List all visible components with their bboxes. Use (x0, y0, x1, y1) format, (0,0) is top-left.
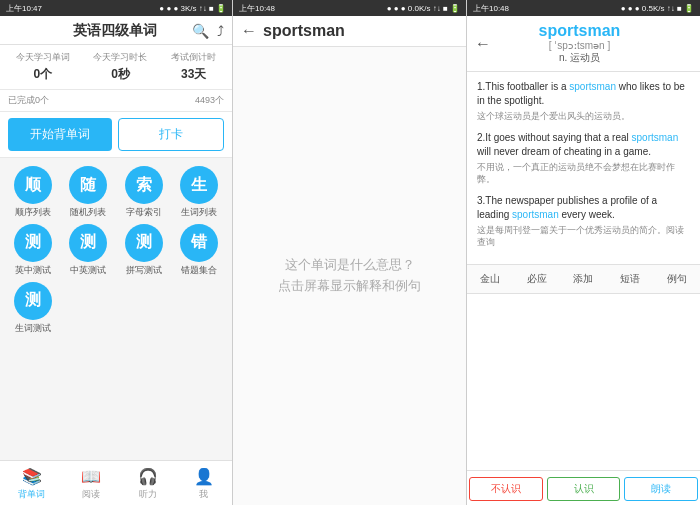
nav-reading[interactable]: 📖 阅读 (81, 467, 101, 501)
panel3-header: ← sportsman [ ˈspɔːtsmən ] n. 运动员 (467, 16, 700, 72)
panel1-header: 英语四级单词 🔍 ⤴ (0, 16, 232, 45)
stat-value-1: 0秒 (93, 66, 147, 83)
panel1-icons: 🔍 ⤴ (192, 23, 224, 39)
back-button-3[interactable]: ← (475, 35, 491, 53)
sentences-body: 1.This footballer is a sportsman who lik… (467, 72, 700, 264)
stat-label-1: 今天学习时长 (93, 51, 147, 64)
stat-label-2: 考试倒计时 (171, 51, 216, 64)
grid-circle-8: 测 (14, 282, 52, 320)
grid-item-7[interactable]: 错 错题集合 (175, 224, 225, 276)
grid-item-2[interactable]: 索 字母索引 (119, 166, 169, 218)
stat-value-2: 33天 (171, 66, 216, 83)
grid-circle-3: 生 (180, 166, 218, 204)
profile-icon: 👤 (194, 467, 214, 486)
status-network-2: ● ● ● 0.0K/s ↑↓ ■ 🔋 (387, 4, 460, 13)
status-time-3: 上午10:48 (473, 3, 509, 14)
grid-item-5[interactable]: 测 中英测试 (64, 224, 114, 276)
nav-label-1: 阅读 (82, 488, 100, 501)
progress-right: 4493个 (195, 94, 224, 107)
prompt-line2: 点击屏幕显示解释和例句 (278, 278, 421, 293)
share-icon[interactable]: ⤴ (217, 23, 224, 39)
stats-row: 今天学习单词 0个 今天学习时长 0秒 考试倒计时 33天 (0, 45, 232, 90)
highlight-word-0: sportsman (569, 81, 616, 92)
reading-icon: 📖 (81, 467, 101, 486)
stat-time-today: 今天学习时长 0秒 (93, 51, 147, 83)
sentence-2: 3.The newspaper publishes a profile of a… (477, 194, 690, 249)
tab-bing[interactable]: 必应 (523, 269, 551, 289)
nav-profile[interactable]: 👤 我 (194, 467, 214, 501)
nav-listening[interactable]: 🎧 听力 (138, 467, 158, 501)
highlight-word-1: sportsman (632, 132, 679, 143)
flashcard-icon: 📚 (22, 467, 42, 486)
word-tabs: 金山 必应 添加 短语 例句 (467, 264, 700, 294)
tab-add[interactable]: 添加 (569, 269, 597, 289)
grid-item-3[interactable]: 生 生词列表 (175, 166, 225, 218)
grid-label-6: 拼写测试 (126, 265, 162, 276)
nav-label-0: 背单词 (18, 488, 45, 501)
status-time-2: 上午10:48 (239, 3, 275, 14)
sentence-zh-1: 不用说，一个真正的运动员绝不会梦想在比赛时作弊。 (477, 161, 690, 186)
sentence-zh-2: 这是每周刊登一篇关于一个优秀运动员的简介。阅读查询 (477, 224, 690, 249)
vocabulary-panel: 上午10:47 ● ● ● 3K/s ↑↓ ■ 🔋 英语四级单词 🔍 ⤴ 今天学… (0, 0, 233, 505)
status-network-1: ● ● ● 3K/s ↑↓ ■ 🔋 (159, 4, 226, 13)
grid-item-0[interactable]: 顺 顺序列表 (8, 166, 58, 218)
grid-circle-4: 测 (14, 224, 52, 262)
sentence-en-0: 1.This footballer is a sportsman who lik… (477, 80, 690, 108)
grid-circle-0: 顺 (14, 166, 52, 204)
nav-label-3: 我 (199, 488, 208, 501)
grid-item-6[interactable]: 测 拼写测试 (119, 224, 169, 276)
stat-words-today: 今天学习单词 0个 (16, 51, 70, 83)
grid-item-4[interactable]: 测 英中测试 (8, 224, 58, 276)
listening-icon: 🎧 (138, 467, 158, 486)
prompt-line1: 这个单词是什么意思？ (285, 257, 415, 272)
progress-left: 已完成0个 (8, 94, 49, 107)
word-flashcard-panel: 上午10:48 ● ● ● 0.0K/s ↑↓ ■ 🔋 ← sportsman … (233, 0, 467, 505)
panel2-word: sportsman (263, 22, 345, 40)
nav-flashcard[interactable]: 📚 背单词 (18, 467, 45, 501)
grid-label-5: 中英测试 (70, 265, 106, 276)
tab-phrase[interactable]: 短语 (616, 269, 644, 289)
search-icon[interactable]: 🔍 (192, 23, 209, 39)
highlight-word-2: sportsman (512, 209, 559, 220)
grid-circle-6: 测 (125, 224, 163, 262)
grid-item-1[interactable]: 随 随机列表 (64, 166, 114, 218)
grid-label-0: 顺序列表 (15, 207, 51, 218)
status-bar-1: 上午10:47 ● ● ● 3K/s ↑↓ ■ 🔋 (0, 0, 232, 16)
status-time-1: 上午10:47 (6, 3, 42, 14)
grid-circle-2: 索 (125, 166, 163, 204)
grid-label-1: 随机列表 (70, 207, 106, 218)
nav-label-2: 听力 (139, 488, 157, 501)
start-study-button[interactable]: 开始背单词 (8, 118, 112, 151)
status-network-3: ● ● ● 0.5K/s ↑↓ ■ 🔋 (621, 4, 694, 13)
panel1-bottom-nav: 📚 背单词 📖 阅读 🎧 听力 👤 我 (0, 460, 232, 505)
grid-circle-7: 错 (180, 224, 218, 262)
panel3-word: sportsman (497, 22, 662, 40)
stat-countdown: 考试倒计时 33天 (171, 51, 216, 83)
progress-row: 已完成0个 4493个 (0, 90, 232, 112)
tab-example[interactable]: 例句 (663, 269, 691, 289)
sentence-en-1: 2.It goes without saying that a real spo… (477, 131, 690, 159)
grid-item-8[interactable]: 测 生词测试 (8, 282, 58, 334)
tab-jinshan[interactable]: 金山 (476, 269, 504, 289)
grid-circle-1: 随 (69, 166, 107, 204)
sentence-0: 1.This footballer is a sportsman who lik… (477, 80, 690, 123)
prompt-text: 这个单词是什么意思？ 点击屏幕显示解释和例句 (278, 255, 421, 297)
grid-circle-5: 测 (69, 224, 107, 262)
know-button[interactable]: 认识 (547, 477, 621, 501)
stat-value-0: 0个 (16, 66, 70, 83)
grid-label-3: 生词列表 (181, 207, 217, 218)
checkin-button[interactable]: 打卡 (118, 118, 224, 151)
panel1-title: 英语四级单词 (38, 22, 192, 40)
dont-know-button[interactable]: 不认识 (469, 477, 543, 501)
word-detail-panel: 上午10:48 ● ● ● 0.5K/s ↑↓ ■ 🔋 ← sportsman … (467, 0, 700, 505)
sentence-zh-0: 这个球运动员是个爱出风头的运动员。 (477, 110, 690, 123)
sentence-1: 2.It goes without saying that a real spo… (477, 131, 690, 186)
panel3-pos: n. 运动员 (497, 51, 662, 65)
flashcard-content[interactable]: 这个单词是什么意思？ 点击屏幕显示解释和例句 (233, 47, 466, 505)
read-aloud-button[interactable]: 朗读 (624, 477, 698, 501)
action-buttons: 开始背单词 打卡 (0, 112, 232, 158)
back-button-2[interactable]: ← (241, 22, 257, 40)
grid-label-7: 错题集合 (181, 265, 217, 276)
grid-label-4: 英中测试 (15, 265, 51, 276)
status-bar-2: 上午10:48 ● ● ● 0.0K/s ↑↓ ■ 🔋 (233, 0, 466, 16)
